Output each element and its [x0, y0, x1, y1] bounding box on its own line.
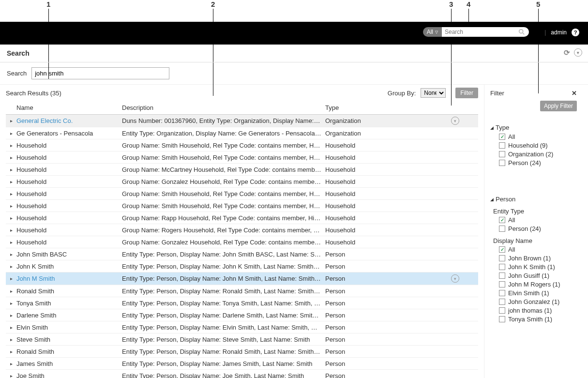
table-row[interactable]: ▸Darlene SmithEntity Type: Person, Displ…	[6, 309, 478, 321]
table-row[interactable]: ▸Ge Generators - PensacolaEntity Type: O…	[6, 127, 478, 139]
search-input[interactable]	[31, 67, 169, 79]
expand-icon[interactable]: ▸	[6, 167, 16, 172]
filter-option[interactable]: Elvin Smith (1)	[499, 289, 577, 297]
checkbox-icon[interactable]	[499, 307, 505, 314]
row-action-icon[interactable]: ▾	[451, 274, 470, 283]
filter-option[interactable]: John K Smith (1)	[499, 263, 577, 271]
row-action-icon[interactable]: ▾	[451, 117, 470, 125]
checkbox-icon[interactable]	[499, 226, 505, 232]
expand-icon[interactable]: ▸	[6, 325, 16, 330]
row-description: Group Name: Gonzalez Household, Rel Type…	[122, 239, 325, 246]
checkbox-icon[interactable]	[499, 246, 505, 253]
filter-option[interactable]: All	[499, 246, 577, 253]
expand-icon[interactable]: ▸	[6, 252, 16, 257]
checkbox-icon[interactable]	[499, 272, 505, 279]
table-row[interactable]: ▸HouseholdGroup Name: Rogers Household, …	[6, 224, 478, 236]
filter-option[interactable]: Person (24)	[499, 159, 577, 166]
row-type: Household	[325, 142, 451, 149]
filter-section-person[interactable]: ◢ Person	[490, 196, 577, 203]
expand-icon[interactable]: ▸	[6, 191, 16, 197]
table-row[interactable]: ▸HouseholdGroup Name: McCartney Househol…	[6, 164, 478, 176]
col-description[interactable]: Description	[122, 104, 325, 111]
filter-option[interactable]: John M Rogers (1)	[499, 281, 577, 288]
table-row[interactable]: ▸Ronald SmithEntity Type: Person, Displa…	[6, 285, 478, 297]
search-scope-dropdown[interactable]: All ▽	[423, 27, 442, 37]
expand-icon[interactable]: ▸	[6, 337, 16, 342]
expand-icon[interactable]: ▸	[6, 215, 16, 221]
col-type[interactable]: Type	[325, 104, 451, 111]
expand-icon[interactable]: ▸	[6, 179, 16, 184]
apply-filter-button[interactable]: Apply Filter	[540, 101, 577, 111]
checkbox-icon[interactable]	[499, 290, 505, 296]
table-row[interactable]: ▸HouseholdGroup Name: Rapp Household, Re…	[6, 212, 478, 224]
filter-option[interactable]: Person (24)	[499, 225, 577, 232]
checkbox-icon[interactable]	[499, 217, 505, 223]
expand-icon[interactable]: ▸	[6, 288, 16, 294]
close-icon[interactable]: ✕	[572, 90, 577, 97]
expand-icon[interactable]: ▸	[6, 313, 16, 318]
row-name: Household	[16, 178, 122, 185]
global-search-input[interactable]	[445, 29, 518, 35]
table-row[interactable]: ▸John M SmithEntity Type: Person, Displa…	[6, 272, 478, 285]
col-name[interactable]: Name	[16, 104, 122, 111]
expand-icon[interactable]: ▸	[6, 203, 16, 209]
expand-icon[interactable]: ▸	[6, 143, 16, 148]
filter-option[interactable]: John Gusiff (1)	[499, 272, 577, 279]
table-row[interactable]: ▸John K SmithEntity Type: Person, Displa…	[6, 260, 478, 272]
row-name: Joe Smith	[16, 372, 122, 378]
expand-icon[interactable]: ▸	[6, 118, 16, 123]
table-row[interactable]: ▸HouseholdGroup Name: Gonzalez Household…	[6, 176, 478, 188]
global-search-field[interactable]	[442, 27, 529, 37]
expand-icon[interactable]: ▸	[6, 276, 16, 281]
dropdown-action-icon[interactable]: ▾	[574, 48, 582, 57]
expand-icon[interactable]: ▸	[6, 264, 16, 269]
table-row[interactable]: ▸HouseholdGroup Name: Gonzalez Household…	[6, 236, 478, 248]
checkbox-icon[interactable]	[499, 151, 505, 157]
checkbox-icon[interactable]	[499, 160, 505, 166]
expand-icon[interactable]: ▸	[6, 301, 16, 306]
checkbox-icon[interactable]	[499, 255, 505, 261]
filter-section-type[interactable]: ◢ Type	[490, 124, 577, 131]
filter-option[interactable]: john thomas (1)	[499, 307, 577, 314]
expand-icon[interactable]: ▸	[6, 373, 16, 378]
expand-icon[interactable]: ▸	[6, 155, 16, 160]
username-label[interactable]: admin	[551, 29, 567, 36]
table-row[interactable]: ▸HouseholdGroup Name: Smith Household, R…	[6, 200, 478, 212]
row-name[interactable]: General Electric Co.	[16, 117, 122, 124]
filter-option[interactable]: All	[499, 216, 577, 224]
row-name: Household	[16, 214, 122, 222]
filter-button[interactable]: Filter	[455, 88, 478, 98]
filter-option[interactable]: Household (9)	[499, 142, 577, 149]
table-row[interactable]: ▸James SmithEntity Type: Person, Display…	[6, 358, 478, 370]
filter-option[interactable]: Organization (2)	[499, 151, 577, 158]
checkbox-icon[interactable]	[499, 299, 505, 305]
filter-option[interactable]: Tonya Smith (1)	[499, 316, 577, 323]
table-row[interactable]: ▸Joe SmithEntity Type: Person, Display N…	[6, 370, 478, 378]
filter-option[interactable]: All	[499, 133, 577, 140]
groupby-select[interactable]: None	[421, 88, 446, 98]
expand-icon[interactable]: ▸	[6, 227, 16, 233]
expand-icon[interactable]: ▸	[6, 131, 16, 136]
checkbox-icon[interactable]	[499, 316, 505, 322]
expand-icon[interactable]: ▸	[6, 361, 16, 366]
filter-option[interactable]: John Gonzalez (1)	[499, 298, 577, 305]
expand-icon[interactable]: ▸	[6, 349, 16, 354]
table-row[interactable]: ▸General Electric Co.Duns Number: 001367…	[6, 115, 478, 127]
table-row[interactable]: ▸HouseholdGroup Name: Smith Household, R…	[6, 151, 478, 164]
table-row[interactable]: ▸Ronald SmithEntity Type: Person, Displa…	[6, 346, 478, 358]
checkbox-icon[interactable]	[499, 142, 505, 149]
refresh-icon[interactable]: ⟳	[564, 48, 570, 57]
checkbox-icon[interactable]	[499, 281, 505, 287]
checkbox-icon[interactable]	[499, 264, 505, 270]
table-row[interactable]: ▸Tonya SmithEntity Type: Person, Display…	[6, 297, 478, 309]
row-name[interactable]: John M Smith	[16, 275, 122, 282]
filter-option[interactable]: John Brown (1)	[499, 255, 577, 262]
help-icon[interactable]: ?	[572, 29, 579, 36]
table-row[interactable]: ▸HouseholdGroup Name: Smith Household, R…	[6, 139, 478, 151]
expand-icon[interactable]: ▸	[6, 240, 16, 245]
table-row[interactable]: ▸Elvin SmithEntity Type: Person, Display…	[6, 321, 478, 333]
table-row[interactable]: ▸Steve SmithEntity Type: Person, Display…	[6, 333, 478, 346]
table-row[interactable]: ▸John Smith BASCEntity Type: Person, Dis…	[6, 248, 478, 260]
table-row[interactable]: ▸HouseholdGroup Name: Smith Household, R…	[6, 188, 478, 200]
checkbox-icon[interactable]	[499, 134, 505, 140]
